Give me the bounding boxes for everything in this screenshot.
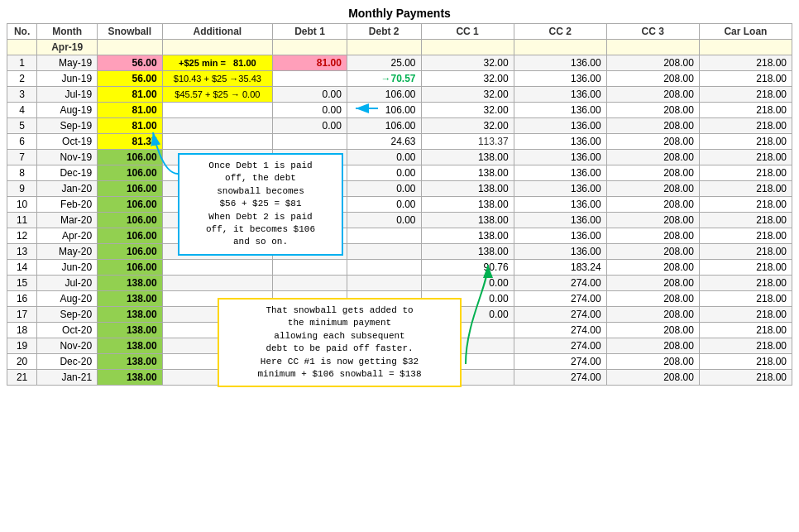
row-snowball: 81.00 (98, 118, 162, 134)
row-snowball: 106.00 (98, 244, 162, 260)
row-cc3: 208.00 (606, 165, 699, 181)
row-no: 13 (7, 244, 37, 260)
col-header-snowball: Snowball (98, 24, 162, 40)
row-additional (162, 118, 273, 134)
row-additional (162, 260, 273, 276)
col-header-additional: Additional (162, 24, 273, 40)
row-cc2: 274.00 (514, 354, 606, 370)
row-cc1: 138.00 (421, 150, 514, 165)
row-debt2 (347, 40, 421, 55)
row-debt2: 24.63 (347, 134, 421, 150)
col-header-cc2: CC 2 (514, 24, 606, 40)
row-cc3 (606, 40, 699, 55)
row-cc2: 274.00 (514, 291, 606, 307)
row-debt2: 25.00 (347, 55, 421, 71)
row-cc3: 208.00 (606, 354, 699, 370)
row-cc3: 208.00 (606, 338, 699, 354)
row-cc1: 32.00 (421, 55, 514, 71)
row-cc3: 208.00 (606, 213, 699, 228)
row-carloan: 218.00 (699, 118, 792, 134)
row-month: Aug-20 (37, 291, 98, 307)
row-carloan: 218.00 (699, 338, 792, 354)
row-additional (162, 40, 273, 55)
row-snowball: 81.37 (98, 134, 162, 150)
row-month: Apr-20 (37, 228, 98, 244)
table-row: 4 Aug-19 81.00 0.00 106.00 32.00 136.00 … (7, 103, 792, 118)
row-cc3: 208.00 (606, 276, 699, 291)
row-cc3: 208.00 (606, 181, 699, 197)
row-carloan: 218.00 (699, 276, 792, 291)
table-row: 2 Jun-19 56.00 $10.43 + $25 →35.43 →70.5… (7, 71, 792, 87)
row-carloan: 218.00 (699, 228, 792, 244)
row-no: 6 (7, 134, 37, 150)
table-row: 1 May-19 56.00 +$25 min = 81.00 81.00 25… (7, 55, 792, 71)
row-month: Mar-20 (37, 213, 98, 228)
row-no: 21 (7, 370, 37, 386)
row-snowball: 106.00 (98, 165, 162, 181)
row-debt1 (273, 71, 347, 87)
row-debt1 (273, 276, 347, 291)
table-row: 15 Jul-20 138.00 0.00 274.00 208.00 218.… (7, 276, 792, 291)
table-row: 3 Jul-19 81.00 $45.57 + $25 → 0.00 0.00 … (7, 87, 792, 103)
row-cc2: 136.00 (514, 197, 606, 213)
row-debt1 (273, 134, 347, 150)
row-debt2: 106.00 (347, 87, 421, 103)
table-row: 10 Feb-20 106.00 0.00 0.00 138.00 136.00… (7, 197, 792, 213)
row-month: Aug-19 (37, 103, 98, 118)
row-month: May-20 (37, 244, 98, 260)
row-no: 20 (7, 354, 37, 370)
row-cc3: 208.00 (606, 307, 699, 323)
row-month: Oct-20 (37, 323, 98, 338)
row-cc1: 138.00 (421, 244, 514, 260)
row-carloan: 218.00 (699, 260, 792, 276)
row-additional (162, 103, 273, 118)
row-no: 8 (7, 165, 37, 181)
row-month: Jun-19 (37, 71, 98, 87)
row-debt2 (347, 276, 421, 291)
row-cc2: 136.00 (514, 134, 606, 150)
row-cc3: 208.00 (606, 244, 699, 260)
col-header-debt2: Debt 2 (347, 24, 421, 40)
row-month: Feb-20 (37, 197, 98, 213)
row-snowball: 106.00 (98, 213, 162, 228)
row-cc2: 274.00 (514, 323, 606, 338)
row-cc1 (421, 40, 514, 55)
row-cc3: 208.00 (606, 260, 699, 276)
row-no: 18 (7, 323, 37, 338)
row-no: 12 (7, 228, 37, 244)
row-carloan: 218.00 (699, 307, 792, 323)
row-cc3: 208.00 (606, 118, 699, 134)
col-header-month: Month (37, 24, 98, 40)
row-cc2: 274.00 (514, 276, 606, 291)
row-month: May-19 (37, 55, 98, 71)
row-snowball: 56.00 (98, 71, 162, 87)
row-snowball: 138.00 (98, 276, 162, 291)
row-debt2: 0.00 (347, 181, 421, 197)
row-cc1: 32.00 (421, 87, 514, 103)
table-row: 14 Jun-20 106.00 90.76 183.24 208.00 218… (7, 260, 792, 276)
table-row: 11 Mar-20 106.00 0.00 0.00 138.00 136.00… (7, 213, 792, 228)
callout-blue: Once Debt 1 is paid off, the debt snowba… (178, 153, 343, 256)
col-header-no: No. (7, 24, 37, 40)
row-debt1: 81.00 (273, 55, 347, 71)
row-cc2: 136.00 (514, 103, 606, 118)
row-month: Dec-20 (37, 354, 98, 370)
table-row: 13 May-20 106.00 138.00 136.00 208.00 21… (7, 244, 792, 260)
row-no (7, 40, 37, 55)
row-carloan: 218.00 (699, 181, 792, 197)
col-header-carloan: Car Loan (699, 24, 792, 40)
page-title: Monthly Payments (7, 7, 792, 20)
row-carloan: 218.00 (699, 323, 792, 338)
row-no: 10 (7, 197, 37, 213)
row-additional (162, 276, 273, 291)
row-month: Jan-21 (37, 370, 98, 386)
col-header-cc1: CC 1 (421, 24, 514, 40)
table-row: Apr-19 (7, 40, 792, 55)
row-carloan: 218.00 (699, 165, 792, 181)
row-debt2: 0.00 (347, 165, 421, 181)
row-cc2: 274.00 (514, 307, 606, 323)
row-carloan: 218.00 (699, 244, 792, 260)
table-row: 6 Oct-19 81.37 24.63 113.37 136.00 208.0… (7, 134, 792, 150)
row-cc1: 138.00 (421, 165, 514, 181)
row-cc3: 208.00 (606, 150, 699, 165)
